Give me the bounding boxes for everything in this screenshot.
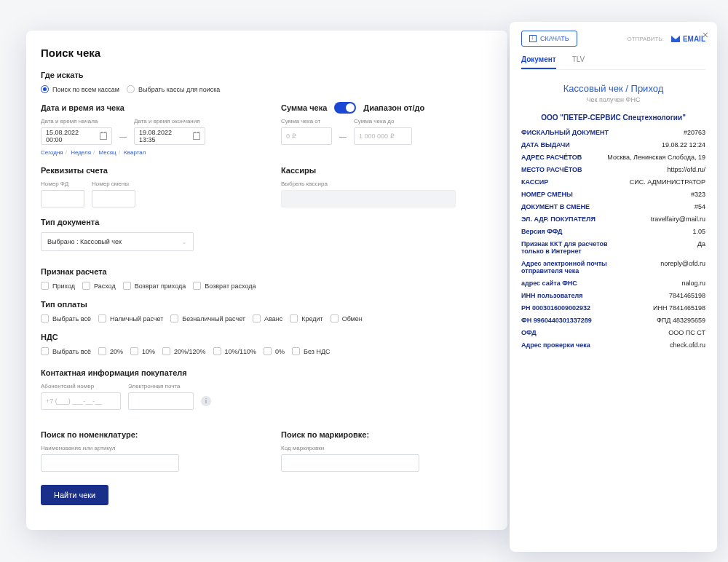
- cashiers-title: Кассиры: [281, 166, 493, 175]
- checkbox-option[interactable]: 10%/110%: [213, 347, 257, 355]
- sum-from-input[interactable]: [281, 127, 332, 145]
- checkbox-option[interactable]: 10%: [130, 347, 155, 355]
- receipt-row: ФН 9960440301337289ФПД 483295659: [521, 317, 705, 324]
- checkbox-icon: [331, 314, 339, 322]
- checkbox-option[interactable]: Приход: [41, 282, 75, 290]
- vat-options: Выбрать всё20%10%20%/120%10%/110%0%Без Н…: [41, 347, 493, 355]
- email-input[interactable]: [128, 392, 194, 410]
- cashier-select[interactable]: [281, 190, 456, 207]
- receipt-row: адрес сайта ФНСnalog.ru: [521, 280, 705, 287]
- account-title: Реквизиты счета: [41, 166, 281, 175]
- checkbox-option[interactable]: Наличный расчет: [98, 314, 163, 322]
- radio-icon: [127, 85, 135, 93]
- checkbox-option[interactable]: Возврат прихода: [123, 282, 186, 290]
- receipt-row: ИНН пользователя7841465198: [521, 292, 705, 299]
- checkbox-option[interactable]: Аванс: [253, 314, 282, 322]
- quick-date-links: Сегодня/ Неделя/ Месяц/ Квартал: [41, 149, 281, 156]
- checkbox-option[interactable]: Обмен: [331, 314, 363, 322]
- checkbox-icon: [193, 282, 201, 290]
- calendar-icon: [100, 132, 107, 140]
- doctype-title: Тип документа: [41, 218, 493, 226]
- doctype-select[interactable]: Выбрано : Кассовый чек⌄: [41, 232, 194, 251]
- radio-select-kkt[interactable]: Выбрать кассы для поиска: [127, 85, 220, 93]
- receipt-row: ЭЛ. АДР. ПОКУПАТЕЛЯtravelfairy@mail.ru: [521, 215, 705, 223]
- sum-title: Сумма чека: [281, 103, 327, 112]
- mark-title: Поиск по маркировке:: [281, 430, 493, 439]
- date-start-input[interactable]: 15.08.2022 00:00: [41, 127, 112, 145]
- receipt-subtitle: Чек получен ФНС: [521, 96, 705, 103]
- checkbox-icon: [98, 347, 106, 355]
- checkbox-icon: [170, 314, 178, 322]
- link-quarter[interactable]: Квартал: [124, 149, 146, 156]
- receipt-row: ДОКУМЕНТ В СМЕНЕ#54: [521, 203, 705, 210]
- contact-title: Контактная информация покупателя: [41, 368, 493, 377]
- calc-title: Признак расчета: [41, 267, 493, 276]
- checkbox-option[interactable]: Расход: [82, 282, 116, 290]
- checkbox-option[interactable]: Кредит: [290, 314, 323, 322]
- receipt-row: Версия ФФД1.05: [521, 228, 705, 235]
- receipt-row: МЕСТО РАСЧЁТОВhttps://ofd.ru/: [521, 166, 705, 173]
- download-icon: [529, 35, 537, 42]
- checkbox-option[interactable]: 0%: [264, 347, 285, 355]
- checkbox-icon: [253, 314, 261, 322]
- nomen-input[interactable]: [41, 454, 179, 472]
- radio-all-kkt[interactable]: Поиск по всем кассам: [41, 85, 119, 93]
- checkbox-option[interactable]: Без НДС: [292, 347, 330, 355]
- calendar-icon: [193, 132, 200, 140]
- paytype-title: Тип оплаты: [41, 300, 493, 309]
- checkbox-icon: [264, 347, 272, 355]
- checkbox-icon: [41, 314, 49, 322]
- checkbox-icon: [290, 314, 298, 322]
- receipt-row: АДРЕС РАСЧЁТОВМосква, Ленинская Слобода,…: [521, 154, 705, 161]
- search-button[interactable]: Найти чеки: [41, 485, 108, 505]
- email-button[interactable]: EMAIL: [671, 35, 705, 43]
- fd-input[interactable]: [41, 190, 84, 207]
- checkbox-icon: [41, 282, 49, 290]
- receipt-row: Признак ККТ для расчетов только в Интерн…: [521, 240, 705, 255]
- receipt-row: Адрес электронной почты отправителя чека…: [521, 260, 705, 274]
- checkbox-option[interactable]: Возврат расхода: [193, 282, 256, 290]
- checkbox-icon: [123, 282, 131, 290]
- range-toggle[interactable]: [334, 102, 356, 114]
- receipt-row: ДАТА ВЫДАЧИ19.08.22 12:24: [521, 141, 705, 149]
- checkbox-icon: [82, 282, 90, 290]
- mark-input[interactable]: [281, 454, 419, 472]
- datetime-title: Дата и время из чека: [41, 103, 281, 112]
- checkbox-option[interactable]: Выбрать всё: [41, 314, 91, 322]
- receipt-row: ОФДООО ПС СТ: [521, 329, 705, 336]
- receipt-row: Адрес проверки чекаcheck.ofd.ru: [521, 341, 705, 349]
- checkbox-option[interactable]: Безналичный расчет: [170, 314, 245, 322]
- tab-tlv[interactable]: TLV: [572, 55, 585, 69]
- chevron-down-icon: ⌄: [181, 238, 187, 245]
- receipt-title: Кассовый чек / Приход: [521, 83, 705, 94]
- checkbox-option[interactable]: 20%/120%: [162, 347, 206, 355]
- phone-input[interactable]: [41, 392, 121, 410]
- link-month[interactable]: Месяц: [99, 149, 116, 156]
- checkbox-option[interactable]: 20%: [98, 347, 123, 355]
- checkbox-icon: [98, 314, 106, 322]
- receipt-row: КАССИРСИС. АДМИНИСТРАТОР: [521, 178, 705, 186]
- radio-icon: [41, 85, 49, 93]
- receipt-org: ООО "ПЕТЕР-СЕРВИС Спецтехнологии": [521, 114, 705, 122]
- checkbox-option[interactable]: Выбрать всё: [41, 347, 91, 355]
- link-today[interactable]: Сегодня: [41, 149, 63, 156]
- vat-title: НДС: [41, 333, 493, 341]
- checkbox-icon: [130, 347, 138, 355]
- date-end-input[interactable]: 19.08.2022 13:35: [134, 127, 205, 145]
- receipt-row: НОМЕР СМЕНЫ#323: [521, 191, 705, 198]
- sum-to-input[interactable]: [354, 127, 412, 145]
- panel-title: Поиск чека: [41, 47, 493, 59]
- receipt-row: РН 0003016009002932ИНН 7841465198: [521, 304, 705, 312]
- paytype-options: Выбрать всёНаличный расчетБезналичный ра…: [41, 314, 493, 322]
- receipt-panel: × СКАЧАТЬ ОТПРАВИТЬ: EMAIL Документ TLV …: [510, 22, 717, 552]
- search-panel: Поиск чека Где искать Поиск по всем касс…: [26, 31, 507, 530]
- info-icon: i: [201, 396, 211, 406]
- download-button[interactable]: СКАЧАТЬ: [521, 31, 577, 47]
- link-week[interactable]: Неделя: [71, 149, 91, 156]
- tab-document[interactable]: Документ: [521, 55, 556, 69]
- shift-input[interactable]: [92, 190, 135, 207]
- receipt-row: ФИСКАЛЬНЫЙ ДОКУМЕНТ#20763: [521, 129, 705, 136]
- close-icon[interactable]: ×: [703, 29, 708, 41]
- nomen-title: Поиск по номенклатуре:: [41, 430, 281, 439]
- checkbox-icon: [292, 347, 300, 355]
